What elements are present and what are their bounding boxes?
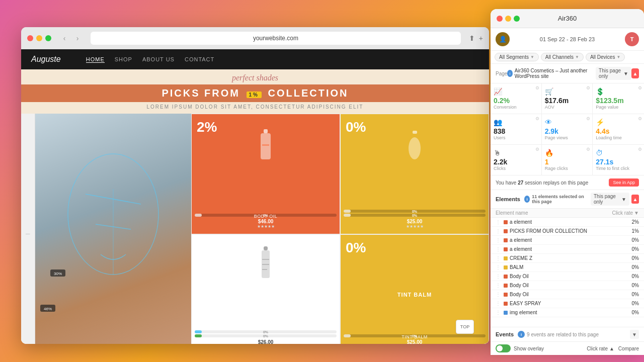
metric-settings-lt-icon[interactable]: ⚙ — [638, 116, 642, 121]
drag-handle: ⋮ — [496, 310, 504, 315]
product-card-2[interactable]: 0% 0% — [340, 114, 489, 234]
metric-settings-clicks-icon[interactable]: ⚙ — [535, 147, 539, 152]
product-stars-1: ★★★★★ — [192, 224, 340, 229]
product-card-3[interactable]: 0% 0% $26.00 ★★★★★ — [191, 234, 340, 344]
drag-handle: ⋮ — [496, 228, 504, 234]
element-row[interactable]: ⋮ PICKS FROM OUR COLLECTION 1% — [491, 227, 644, 236]
rage-clicks-value: 1 — [545, 158, 590, 166]
forward-button[interactable]: › — [72, 33, 83, 43]
top-button[interactable]: TOP — [456, 320, 474, 334]
product-price-1: $46.00 — [192, 219, 340, 224]
metric-settings-aov-icon[interactable]: ⚙ — [586, 85, 590, 90]
drag-handle: ⋮ — [496, 292, 504, 297]
hero-subtitle2: LOREM IPSUM DOLOR SIT AMET, CONSECTETUR … — [21, 104, 489, 110]
session-replays-bar: You have 27 session replays on this page… — [491, 175, 644, 190]
element-name: BALM — [504, 264, 609, 270]
element-row[interactable]: ⋮ CREME Z 0% — [491, 254, 644, 263]
elements-scope-selector[interactable]: This page only ▼ — [591, 193, 629, 206]
product-info-1: Body Oil $46.00 ★★★★★ — [192, 214, 340, 229]
element-row[interactable]: ⋮ Body Oil 0% — [491, 290, 644, 299]
footer-controls: Click rate ▲ Compare — [587, 346, 639, 351]
element-rate: 0% — [609, 292, 639, 297]
filter-segments[interactable]: All Segments ▼ — [495, 53, 539, 61]
panel-titlebar: Air360 — [491, 9, 644, 28]
panel-section-collapse[interactable]: ▲ — [631, 68, 639, 78]
svg-rect-17 — [262, 269, 267, 270]
product-badge-4: 0% — [346, 240, 366, 256]
page-label: Page — [496, 71, 507, 76]
page-scope-selector[interactable]: This page only ▼ — [596, 67, 631, 80]
panel-close-btn[interactable] — [497, 16, 503, 22]
element-name: a element — [504, 219, 609, 225]
element-row[interactable]: ⋮ a element 0% — [491, 245, 644, 254]
metric-settings-pageviews-icon[interactable]: ⚙ — [586, 116, 590, 121]
element-rate: 0% — [609, 246, 639, 252]
address-bar[interactable]: yourwebsite.com — [91, 32, 461, 45]
product-bar-2: 0% 0% — [341, 210, 489, 218]
metric-loading-time: ⚙ ⚡ 4.4s Loading time — [593, 114, 644, 144]
minimize-button[interactable] — [36, 35, 42, 41]
panel-minimize-btn[interactable] — [505, 16, 511, 22]
element-row[interactable]: ⋮ Body Oil 0% — [491, 272, 644, 281]
back-button[interactable]: ‹ — [59, 33, 69, 43]
filter-devices[interactable]: All Devices ▼ — [586, 53, 625, 61]
drag-handle: ⋮ — [496, 219, 504, 225]
element-row[interactable]: ⋮ img element 0% — [491, 308, 644, 317]
events-collapse-button[interactable]: ▼ — [630, 330, 639, 339]
metric-settings-users-icon[interactable]: ⚙ — [535, 116, 539, 121]
nav-contact[interactable]: CONTACT — [185, 56, 214, 63]
share-icon[interactable]: ⬆ — [469, 34, 475, 42]
element-name: Body Oil — [504, 274, 609, 279]
metric-settings-ttc-icon[interactable]: ⚙ — [638, 147, 642, 152]
overlay-toggle-switch[interactable] — [496, 344, 511, 352]
users-icon: 👥 — [494, 118, 538, 126]
compare-button[interactable]: Compare — [618, 346, 639, 351]
click-rate-dropdown[interactable]: Click rate ▲ — [587, 346, 614, 351]
element-row[interactable]: ⋮ Body Oil 0% — [491, 281, 644, 290]
element-row[interactable]: ⋮ a element 0% — [491, 236, 644, 245]
svg-rect-10 — [262, 144, 269, 146]
clicks-icon: 🖱 — [494, 149, 538, 157]
new-tab-icon[interactable]: + — [479, 34, 483, 42]
element-rate: 2% — [609, 219, 639, 225]
metric-settings-pv-icon[interactable]: ⚙ — [638, 85, 642, 90]
metric-settings-icon[interactable]: ⚙ — [535, 85, 539, 90]
see-in-app-button[interactable]: See in App — [609, 178, 639, 187]
product-stars-2: ★★★★★ — [341, 224, 489, 229]
element-row[interactable]: ⋮ EASY SPRAY 0% — [491, 299, 644, 308]
close-button[interactable] — [27, 35, 33, 41]
col-click-rate[interactable]: Click rate ▼ — [609, 210, 639, 216]
devices-arrow-icon: ▼ — [616, 55, 620, 59]
clicks-value: 2.2k — [494, 158, 538, 166]
nav-home[interactable]: HOME — [86, 56, 105, 63]
segments-arrow-icon: ▼ — [530, 55, 534, 59]
metric-settings-rc-icon[interactable]: ⚙ — [586, 147, 590, 152]
elements-info-icon: i — [524, 196, 530, 203]
drag-handle: ⋮ — [496, 246, 504, 252]
session-replays-text: You have 27 session replays on this page — [496, 180, 588, 186]
product-card-1[interactable]: 2% 0% — [191, 114, 340, 234]
metric-aov: ⚙ 🛒 $17.6m AOV — [542, 83, 593, 114]
rage-clicks-label: Rage clicks — [545, 166, 590, 171]
element-row[interactable]: ⋮ a element 2% — [491, 218, 644, 227]
metric-users: ⚙ 👥 838 Users — [491, 114, 542, 144]
products-main: 30% 46% 2% — [35, 114, 489, 344]
element-name: Body Oil — [504, 283, 609, 288]
traffic-lights — [27, 35, 51, 41]
site-logo: Auguste — [31, 55, 61, 64]
element-color — [504, 293, 508, 297]
element-row[interactable]: ⋮ BALM 0% — [491, 263, 644, 272]
page-info: i Air360 Cosmetics – Just another WordPr… — [507, 68, 596, 79]
element-color — [504, 265, 508, 269]
panel-title: Air360 — [558, 15, 577, 22]
maximize-button[interactable] — [45, 35, 51, 41]
sort-icon: ▼ — [634, 210, 639, 216]
drag-handle: ⋮ — [496, 301, 504, 306]
elements-collapse-button[interactable]: ▲ — [631, 195, 639, 204]
element-color — [504, 220, 508, 224]
panel-maximize-btn[interactable] — [514, 16, 520, 22]
filter-channels[interactable]: All Channels ▼ — [541, 53, 584, 61]
nav-shop[interactable]: SHOP — [115, 56, 132, 63]
metrics-grid-row2: ⚙ 👥 838 Users ⚙ 👁 2.9k Page views ⚙ ⚡ 4.… — [491, 114, 644, 145]
nav-about[interactable]: ABOUT US — [142, 56, 175, 63]
